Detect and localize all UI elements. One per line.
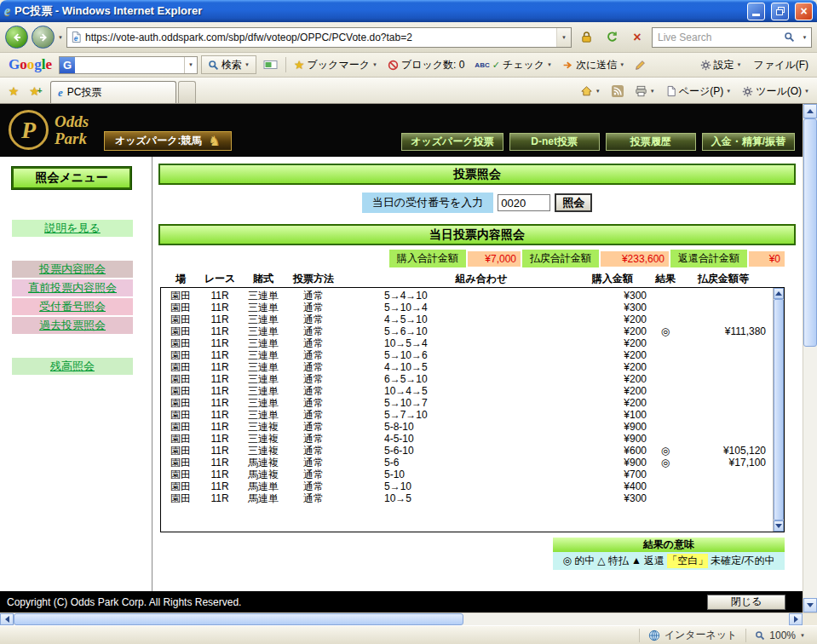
table-cell: ¥300 bbox=[578, 290, 650, 302]
table-cell: 園田 bbox=[161, 326, 200, 338]
back-button[interactable] bbox=[5, 26, 28, 49]
table-cell: 通常 bbox=[287, 457, 340, 469]
oddspark-logo: P Odds Park bbox=[9, 110, 89, 150]
google-search-button[interactable]: 検索 ▼ bbox=[201, 55, 256, 74]
receipt-number-input[interactable] bbox=[498, 194, 550, 211]
favorites-button[interactable]: ★ bbox=[3, 80, 25, 101]
table-cell: ¥105,120 bbox=[681, 446, 771, 457]
address-bar[interactable]: e https://vote-auth.oddspark.com/sbp/dfw… bbox=[66, 27, 572, 48]
scroll-up-button[interactable] bbox=[803, 104, 817, 118]
table-cell bbox=[650, 350, 681, 362]
sidebar-item[interactable]: 受付番号照会 bbox=[12, 298, 133, 315]
google-logo: Google bbox=[5, 56, 55, 73]
new-tab-stub[interactable] bbox=[178, 81, 196, 103]
search-dropdown[interactable]: ▼ bbox=[798, 28, 811, 47]
star-icon: ★ bbox=[9, 84, 20, 98]
banner-nav-button[interactable]: 入金・精算/振替 bbox=[702, 133, 795, 151]
live-search-box[interactable]: Live Search ▼ bbox=[652, 27, 812, 48]
search-icon[interactable] bbox=[780, 32, 798, 43]
table-cell: 11R bbox=[200, 398, 239, 410]
banner-nav-button[interactable]: 投票履歴 bbox=[606, 133, 696, 151]
restore-button[interactable] bbox=[771, 3, 789, 20]
table-scrollbar[interactable] bbox=[773, 288, 784, 532]
horizontal-scrollbar[interactable] bbox=[0, 612, 817, 625]
address-dropdown[interactable]: ▼ bbox=[556, 28, 571, 47]
table-cell: 園田 bbox=[161, 493, 200, 505]
chevron-down-icon: ▼ bbox=[595, 89, 601, 94]
google-toolbar: Google G ▼ 検索 ▼ ★ ブックマーク ▼ ブロック数: 0 ABC✓… bbox=[0, 53, 817, 78]
highlighter-button[interactable] bbox=[631, 55, 649, 75]
result-legend: 結果の意味 ◎ 的中△ 特払▲ 返還「空白」未確定/不的中 bbox=[553, 538, 785, 570]
scroll-left-button[interactable] bbox=[0, 613, 14, 625]
zoom-control[interactable]: 100% ▼ bbox=[745, 629, 814, 642]
ie-page-icon: e bbox=[58, 86, 63, 100]
google-search-dropdown[interactable]: ▼ bbox=[184, 57, 197, 73]
table-cell: 通常 bbox=[287, 493, 340, 505]
stop-button[interactable]: × bbox=[626, 26, 648, 48]
tab-pc-vote[interactable]: e PC投票 bbox=[50, 81, 176, 103]
sidebar-item[interactable]: 直前投票内容照会 bbox=[12, 279, 133, 296]
table-cell bbox=[681, 290, 771, 302]
table-cell: 馬連複 bbox=[239, 457, 287, 469]
file-menu[interactable]: ファイル(F) bbox=[751, 55, 812, 75]
scrollbar-thumb[interactable] bbox=[14, 613, 463, 625]
banner-nav-button[interactable]: D-net投票 bbox=[509, 133, 600, 151]
table-row: 園田11R三連単通常5→10→6¥200 bbox=[161, 350, 784, 362]
scrollbar-track[interactable] bbox=[803, 347, 817, 598]
banner-nav-button[interactable]: オッズパーク投票 bbox=[401, 133, 503, 151]
google-logo-letter: o bbox=[20, 56, 27, 72]
scrollbar-thumb[interactable] bbox=[774, 299, 784, 520]
scroll-right-button[interactable] bbox=[789, 613, 803, 625]
history-dropdown[interactable]: ▼ bbox=[58, 35, 63, 40]
scroll-down-button[interactable] bbox=[774, 520, 784, 532]
security-lock-icon[interactable] bbox=[575, 26, 597, 48]
total-label: 返還合計金額 bbox=[670, 250, 747, 267]
table-cell: 三連単 bbox=[239, 374, 287, 386]
triangle-up-icon bbox=[775, 291, 782, 296]
feeds-button[interactable] bbox=[607, 81, 629, 101]
table-cell: 三連単 bbox=[239, 326, 287, 338]
sidebar-item[interactable]: 説明を見る bbox=[12, 220, 133, 237]
spellcheck-button[interactable]: ABC✓ チェック ▼ bbox=[471, 55, 555, 75]
table-cell: 10→4→5 bbox=[340, 386, 578, 398]
google-search-combo[interactable]: G ▼ bbox=[59, 56, 198, 74]
add-favorite-button[interactable]: ★+ bbox=[25, 80, 47, 101]
bookmarks-button[interactable]: ★ ブックマーク ▼ bbox=[291, 55, 381, 75]
popup-blocker-button[interactable]: ブロック数: 0 bbox=[384, 55, 468, 75]
table-cell: 三連単 bbox=[239, 410, 287, 422]
table-cell: 三連複 bbox=[239, 446, 287, 457]
plus-icon: + bbox=[37, 86, 43, 95]
google-search-input[interactable] bbox=[75, 57, 184, 73]
table-cell: 11R bbox=[200, 302, 239, 314]
scrollbar-thumb[interactable] bbox=[803, 118, 817, 347]
sidebar-item[interactable]: 過去投票照会 bbox=[12, 317, 133, 334]
table-row: 園田11R馬連複通常5-6¥900◎¥17,100 bbox=[161, 457, 784, 469]
chevron-down-icon: ▼ bbox=[547, 62, 552, 67]
send-to-button[interactable]: 次に送信 ▼ bbox=[559, 55, 628, 75]
minimize-button[interactable] bbox=[747, 3, 765, 20]
sidebar-item[interactable]: 残高照会 bbox=[12, 358, 133, 375]
page-menu[interactable]: ページ(P)▼ bbox=[661, 81, 737, 101]
settings-button[interactable]: 設定 ▼ bbox=[697, 55, 745, 75]
table-cell: 11R bbox=[200, 434, 239, 446]
sidebar-menu-title: 照会メニュー bbox=[12, 167, 131, 189]
sidebar-item[interactable]: 投票内容照会 bbox=[12, 261, 133, 278]
page-scrollbar[interactable] bbox=[803, 104, 817, 612]
close-window-button[interactable]: × bbox=[795, 3, 813, 20]
browser-window: e PC投票 - Windows Internet Explorer × ▼ e… bbox=[0, 0, 817, 644]
table-cell: ¥900 bbox=[578, 457, 650, 469]
print-button[interactable]: ▼ bbox=[630, 81, 660, 101]
scrollbar-track[interactable] bbox=[14, 613, 789, 625]
scroll-up-button[interactable] bbox=[774, 288, 784, 299]
tools-menu[interactable]: ツール(O)▼ bbox=[737, 81, 814, 101]
refresh-button[interactable] bbox=[601, 26, 623, 48]
pagerank-meter-button[interactable] bbox=[260, 55, 281, 75]
scroll-down-button[interactable] bbox=[803, 598, 817, 612]
inquiry-submit-button[interactable]: 照会 bbox=[555, 193, 592, 212]
table-cell: 園田 bbox=[161, 290, 200, 302]
table-cell: ◎ bbox=[650, 457, 681, 469]
home-button[interactable]: ▼ bbox=[575, 81, 606, 101]
forward-button[interactable] bbox=[32, 26, 55, 49]
close-page-button[interactable]: 閉じる bbox=[707, 595, 785, 610]
triangle-up-icon bbox=[807, 109, 814, 113]
